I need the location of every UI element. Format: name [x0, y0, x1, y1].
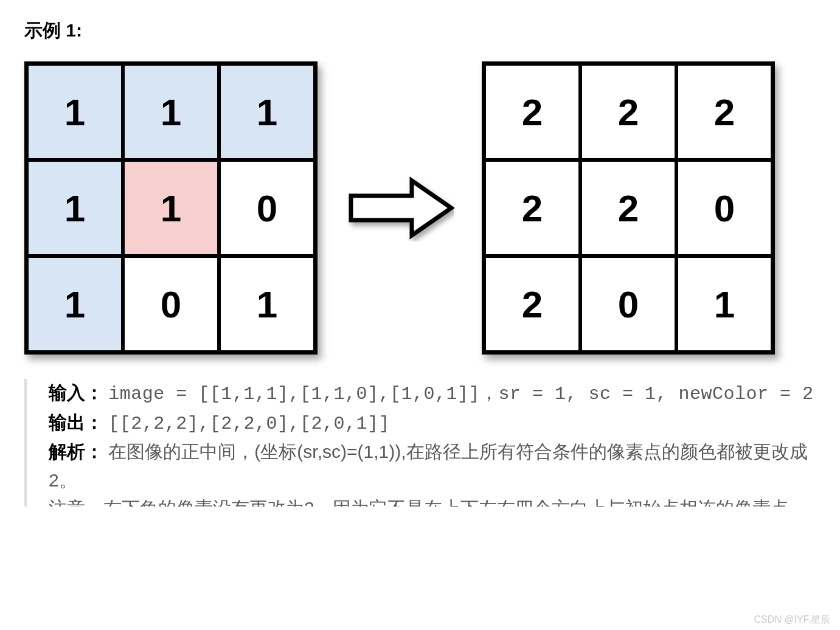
input-line: 输入： image = [[1,1,1],[1,1,0],[1,0,1]]，sr…: [49, 379, 816, 409]
analysis-label: 解析：: [49, 441, 103, 462]
output-line: 输出： [[2,2,2],[2,2,0],[2,0,1]]: [49, 409, 816, 438]
grid-cell: 2: [484, 256, 580, 352]
grid-cell: 0: [219, 160, 315, 256]
grid-cell: 1: [123, 64, 219, 160]
grid-cell: 2: [484, 64, 580, 160]
left-grid: 1 1 1 1 1 0 1 0 1: [24, 61, 318, 355]
arrow-icon: [342, 175, 457, 241]
grid-cell: 1: [219, 256, 315, 352]
example-heading: 示例 1:: [24, 18, 816, 43]
grid-cell: 0: [123, 256, 219, 352]
input-value: image = [[1,1,1],[1,1,0],[1,0,1]]，sr = 1…: [108, 384, 813, 404]
grid-cell: 1: [123, 160, 219, 256]
explanation-block: 输入： image = [[1,1,1],[1,1,0],[1,0,1]]，sr…: [24, 379, 816, 507]
grid-cell: 0: [580, 256, 676, 352]
grid-cell: 1: [27, 160, 123, 256]
analysis-line-2: 注意，右下角的像素没有更改为2，因为它不是在上下左右四个方向上与初始点相连的像素…: [49, 494, 816, 507]
diagram-row: 1 1 1 1 1 0 1 0 1 2 2 2 2 2 0 2 0 1: [24, 61, 816, 355]
grid-cell: 0: [676, 160, 772, 256]
right-grid: 2 2 2 2 2 0 2 0 1: [482, 61, 775, 355]
grid-cell: 2: [580, 64, 676, 160]
analysis-text-2: 注意，右下角的像素没有更改为2，因为它不是在上下左右四个方向上与初始点相连的像素…: [49, 498, 807, 507]
output-value: [[2,2,2],[2,2,0],[2,0,1]]: [108, 414, 390, 434]
analysis-line-1: 解析： 在图像的正中间，(坐标(sr,sc)=(1,1)),在路径上所有符合条件…: [49, 438, 816, 494]
input-label: 输入：: [49, 382, 103, 403]
output-label: 输出：: [49, 412, 103, 432]
grid-cell: 1: [219, 64, 315, 160]
grid-cell: 2: [676, 64, 772, 160]
grid-cell: 1: [676, 256, 772, 352]
analysis-text-1: 在图像的正中间，(坐标(sr,sc)=(1,1)),在路径上所有符合条件的像素点…: [49, 441, 808, 490]
grid-cell: 2: [484, 160, 580, 256]
grid-cell: 1: [27, 64, 123, 160]
grid-cell: 2: [580, 160, 676, 256]
grid-cell: 1: [27, 256, 123, 352]
